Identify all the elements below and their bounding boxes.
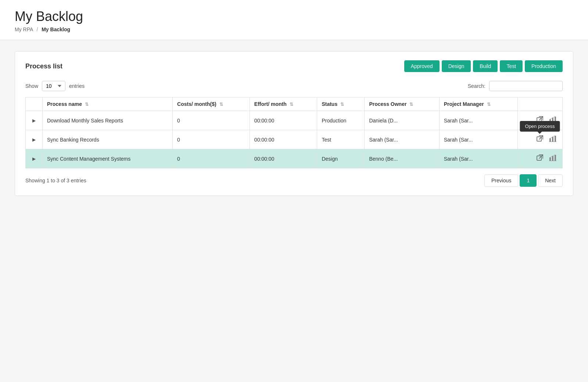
sort-effort-icon: ⇅ — [290, 102, 293, 107]
effort-cell: 00:00:00 — [250, 111, 317, 130]
breadcrumb-separator: / — [36, 26, 38, 32]
filter-buttons: Approved Design Build Test Production — [404, 60, 563, 72]
table-controls: Show 10 25 50 100 entries Search: — [25, 81, 563, 91]
svg-rect-3 — [555, 117, 556, 122]
view-chart-button[interactable] — [548, 115, 558, 125]
filter-build-button[interactable]: Build — [473, 60, 498, 72]
status-cell: Design — [317, 149, 365, 168]
effort-cell: 00:00:00 — [250, 130, 317, 149]
search-label: Search: — [468, 83, 485, 89]
action-icons — [522, 115, 558, 125]
open-process-button[interactable] — [535, 154, 545, 164]
svg-rect-12 — [552, 156, 553, 161]
filter-approved-button[interactable]: Approved — [404, 60, 440, 72]
show-label: Show — [25, 83, 38, 89]
process-owner-cell: Sarah (Sar... — [365, 130, 439, 149]
svg-rect-11 — [549, 157, 551, 161]
page-1-button[interactable]: 1 — [520, 174, 537, 187]
process-owner-cell: Benno (Be... — [365, 149, 439, 168]
actions-cell: Open process — [517, 130, 562, 149]
view-chart-button[interactable] — [548, 154, 558, 164]
th-effort[interactable]: Effort/ month ⇅ — [250, 97, 317, 111]
svg-rect-13 — [555, 155, 556, 161]
table-row: ▶Download Monthly Sales Reports000:00:00… — [26, 111, 563, 130]
card-title: Process list — [25, 63, 62, 70]
effort-cell: 00:00:00 — [250, 149, 317, 168]
table-row: ▶Sync Banking Records000:00:00TestSarah … — [26, 130, 563, 149]
main-content: Process list Approved Design Build Test … — [0, 40, 588, 207]
project-manager-cell: Sarah (Sar... — [439, 111, 517, 130]
action-icons — [522, 154, 558, 164]
sort-process-name-icon: ⇅ — [85, 102, 89, 107]
svg-rect-2 — [552, 118, 553, 122]
th-project-manager[interactable]: Project Manager ⇅ — [439, 97, 517, 111]
previous-button[interactable]: Previous — [484, 174, 518, 187]
open-process-tooltip-container — [535, 115, 545, 125]
th-expand — [26, 97, 43, 111]
process-name-cell: Sync Banking Records — [43, 130, 173, 149]
expand-button[interactable]: ▶ — [30, 136, 38, 143]
next-button[interactable]: Next — [538, 174, 563, 187]
status-cell: Production — [317, 111, 365, 130]
showing-text: Showing 1 to 3 of 3 entries — [25, 178, 86, 183]
pagination: Previous 1 Next — [484, 174, 563, 187]
open-process-tooltip-container — [535, 154, 545, 164]
table-header-row: Process name ⇅ Costs/ month($) ⇅ Effort/… — [26, 97, 563, 111]
costs-cell: 0 — [173, 111, 250, 130]
costs-cell: 0 — [173, 149, 250, 168]
open-process-tooltip-container: Open process — [535, 135, 545, 144]
sort-status-icon: ⇅ — [340, 102, 344, 107]
process-name-cell: Download Monthly Sales Reports — [43, 111, 173, 130]
filter-test-button[interactable]: Test — [500, 60, 523, 72]
process-owner-cell: Daniela (D... — [365, 111, 439, 130]
sort-process-owner-icon: ⇅ — [409, 102, 413, 107]
svg-rect-6 — [549, 138, 551, 142]
action-icons: Open process — [522, 135, 558, 144]
process-name-cell: Sync Content Management Systems — [43, 149, 173, 168]
project-manager-cell: Sarah (Sar... — [439, 130, 517, 149]
svg-rect-1 — [549, 119, 551, 122]
th-process-owner[interactable]: Process Owner ⇅ — [365, 97, 439, 111]
entries-label: entries — [69, 83, 85, 89]
breadcrumb-parent: My RPA — [15, 26, 33, 32]
project-manager-cell: Sarah (Sar... — [439, 149, 517, 168]
search-area: Search: — [468, 81, 563, 91]
status-cell: Test — [317, 130, 365, 149]
th-process-name[interactable]: Process name ⇅ — [43, 97, 173, 111]
svg-rect-7 — [552, 137, 553, 142]
actions-cell — [517, 149, 562, 168]
entries-select[interactable]: 10 25 50 100 — [42, 81, 65, 91]
expand-button[interactable]: ▶ — [30, 117, 38, 124]
expand-button[interactable]: ▶ — [30, 156, 38, 162]
show-entries: Show 10 25 50 100 entries — [25, 81, 85, 91]
process-table: Process name ⇅ Costs/ month($) ⇅ Effort/… — [25, 97, 563, 168]
open-process-button[interactable] — [535, 115, 545, 125]
page-header: My Backlog My RPA / My Backlog — [0, 0, 588, 40]
table-footer: Showing 1 to 3 of 3 entries Previous 1 N… — [25, 174, 563, 187]
th-costs[interactable]: Costs/ month($) ⇅ — [173, 97, 250, 111]
th-actions — [517, 97, 562, 111]
open-process-button[interactable] — [535, 135, 545, 144]
sort-costs-icon: ⇅ — [219, 102, 223, 107]
view-chart-button[interactable] — [548, 135, 558, 144]
actions-cell — [517, 111, 562, 130]
breadcrumb: My RPA / My Backlog — [15, 26, 573, 32]
svg-rect-8 — [555, 136, 556, 142]
costs-cell: 0 — [173, 130, 250, 149]
card-header: Process list Approved Design Build Test … — [25, 60, 563, 72]
filter-production-button[interactable]: Production — [525, 60, 563, 72]
breadcrumb-current: My Backlog — [42, 26, 70, 32]
page-title: My Backlog — [15, 9, 573, 24]
filter-design-button[interactable]: Design — [442, 60, 471, 72]
search-input[interactable] — [489, 81, 563, 91]
table-row: ▶Sync Content Management Systems000:00:0… — [26, 149, 563, 168]
process-list-card: Process list Approved Design Build Test … — [15, 51, 573, 196]
sort-project-manager-icon: ⇅ — [487, 102, 491, 107]
th-status[interactable]: Status ⇅ — [317, 97, 365, 111]
